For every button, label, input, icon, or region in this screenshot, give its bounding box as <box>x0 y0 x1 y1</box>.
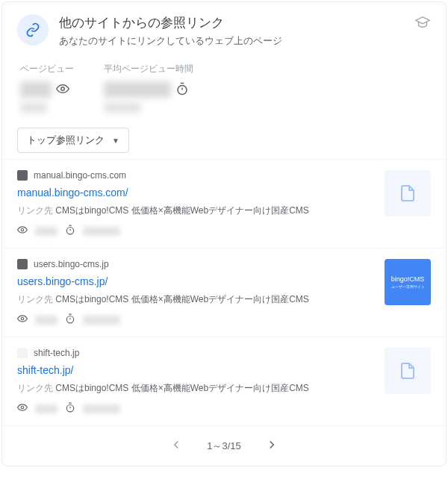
svg-point-6 <box>21 406 24 409</box>
redacted-value <box>83 404 120 413</box>
referral-links-card: 他のサイトからの参照リンク あなたのサイトにリンクしているウェブ上のページ ペー… <box>1 1 447 466</box>
svg-point-2 <box>21 228 24 231</box>
thumbnail: bingo!CMS ユーザー専用サイト <box>385 259 431 305</box>
svg-point-5 <box>66 316 73 323</box>
card-title: 他のサイトからの参照リンク <box>59 14 404 31</box>
next-page-button[interactable] <box>262 435 281 457</box>
stopwatch-icon <box>175 82 189 98</box>
eye-icon <box>17 313 28 326</box>
referral-link[interactable]: manual.bingo-cms.com/ <box>17 187 376 198</box>
redacted-value <box>35 404 57 413</box>
link-icon <box>17 14 49 46</box>
list-item[interactable]: users.bingo-cms.jp users.bingo-cms.jp/ リ… <box>2 248 446 337</box>
stopwatch-icon <box>65 313 75 326</box>
redacted-value <box>83 227 120 236</box>
redacted-value <box>20 81 52 98</box>
host-text: shift-tech.jp <box>34 348 79 358</box>
education-icon[interactable] <box>414 14 431 33</box>
avgtime-label: 平均ページビュー時間 <box>104 63 193 75</box>
link-target-desc: リンク先 CMSはbingo!CMS 低価格×高機能Webデザイナー向け国産CM… <box>17 382 376 395</box>
dropdown-label: トップ参照リンク <box>27 134 105 147</box>
favicon-icon <box>17 348 28 358</box>
eye-icon <box>17 225 28 237</box>
list-item[interactable]: shift-tech.jp shift-tech.jp/ リンク先 CMSはbi… <box>2 337 446 425</box>
thumbnail <box>385 348 431 394</box>
favicon-icon <box>17 259 28 269</box>
chevron-down-icon: ▼ <box>112 137 119 145</box>
referral-link[interactable]: users.bingo-cms.jp/ <box>17 275 376 287</box>
link-target-desc: リンク先 CMSはbingo!CMS 低価格×高機能Webデザイナー向け国産CM… <box>17 293 376 306</box>
referral-link[interactable]: shift-tech.jp/ <box>17 364 376 376</box>
card-subtitle: あなたのサイトにリンクしているウェブ上のページ <box>59 34 404 48</box>
card-header: 他のサイトからの参照リンク あなたのサイトにリンクしているウェブ上のページ <box>2 2 446 57</box>
thumbnail <box>385 170 431 216</box>
metrics-row: ページビュー 平均ページビュー時間 <box>2 57 446 125</box>
host-text: users.bingo-cms.jp <box>34 259 109 269</box>
eye-icon <box>56 82 69 98</box>
redacted-value <box>20 102 47 113</box>
redacted-value <box>35 316 57 325</box>
metric-pageviews: ページビュー <box>20 63 74 113</box>
eye-icon <box>17 402 28 415</box>
redacted-value <box>104 81 171 98</box>
pageviews-label: ページビュー <box>20 63 74 75</box>
stopwatch-icon <box>65 225 75 237</box>
thumb-text: bingo!CMS <box>391 275 425 283</box>
link-target-desc: リンク先 CMSはbingo!CMS 低価格×高機能Webデザイナー向け国産CM… <box>17 204 376 217</box>
redacted-value <box>104 102 141 113</box>
sort-dropdown[interactable]: トップ参照リンク ▼ <box>17 128 129 153</box>
pagination: 1～3/15 <box>2 425 446 466</box>
thumb-subtext: ユーザー専用サイト <box>391 284 425 289</box>
referral-list: manual.bingo-cms.com manual.bingo-cms.co… <box>2 159 446 425</box>
metric-avgtime: 平均ページビュー時間 <box>104 63 193 113</box>
favicon-icon <box>17 170 28 181</box>
redacted-value <box>83 316 120 325</box>
host-text: manual.bingo-cms.com <box>34 170 126 181</box>
svg-point-4 <box>21 317 24 320</box>
list-item[interactable]: manual.bingo-cms.com manual.bingo-cms.co… <box>2 159 446 248</box>
svg-point-3 <box>66 228 73 234</box>
prev-page-button[interactable] <box>167 435 186 457</box>
page-range: 1～3/15 <box>207 440 241 453</box>
stopwatch-icon <box>65 402 75 415</box>
redacted-value <box>35 227 57 236</box>
svg-point-0 <box>61 87 65 90</box>
